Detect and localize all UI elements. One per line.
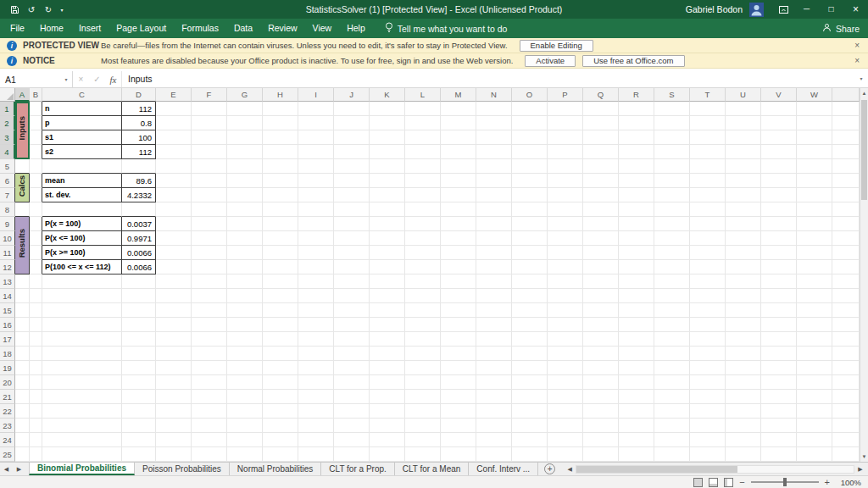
cell-W8[interactable] [797,202,832,217]
cell-T1[interactable] [690,102,726,116]
cell-Q15[interactable] [583,303,619,318]
cell-I10[interactable] [298,231,334,246]
cell-M13[interactable] [441,274,476,289]
cell-H20[interactable] [263,375,298,390]
row-header-18[interactable]: 18 [0,347,15,361]
cell-U15[interactable] [726,303,761,318]
cell-U22[interactable] [726,404,761,419]
cell-N9[interactable] [476,217,512,231]
cell-M3[interactable] [441,130,476,145]
restore-button[interactable]: □ [819,0,843,19]
cell-M23[interactable] [441,419,476,433]
cell-M16[interactable] [441,318,476,332]
cell-L17[interactable] [405,332,441,347]
cell-Q13[interactable] [583,274,619,289]
cell-E22[interactable] [156,404,192,419]
cell-L1[interactable] [405,102,441,116]
cell-E8[interactable] [156,202,192,217]
cell-W20[interactable] [797,375,832,390]
cell-I8[interactable] [298,202,334,217]
cell-U13[interactable] [726,274,761,289]
cell-P18[interactable] [548,347,583,361]
cell-U14[interactable] [726,289,761,303]
cell-Q9[interactable] [583,217,619,231]
cell-S1[interactable] [654,102,690,116]
cell-I16[interactable] [298,318,334,332]
row-header-15[interactable]: 15 [0,303,15,318]
cell-K22[interactable] [370,404,405,419]
cell-I24[interactable] [298,433,334,447]
cell-H11[interactable] [263,246,298,260]
cell-N18[interactable] [476,347,512,361]
menu-tab-view[interactable]: View [305,19,340,38]
column-header-i[interactable]: I [298,88,334,102]
cell-U21[interactable] [726,390,761,404]
cell-T18[interactable] [690,347,726,361]
cell-A5[interactable] [15,159,30,174]
row-header-4[interactable]: 4 [0,145,15,159]
cell-I15[interactable] [298,303,334,318]
cell-A16[interactable] [15,318,30,332]
cell-I7[interactable] [298,188,334,202]
cell-J1[interactable] [334,102,370,116]
cell-M5[interactable] [441,159,476,174]
cell-V23[interactable] [761,419,797,433]
cell-F24[interactable] [192,433,227,447]
cell-M17[interactable] [441,332,476,347]
cell-P10[interactable] [548,231,583,246]
cell-G1[interactable] [227,102,263,116]
cell-overflow-13[interactable] [832,274,860,289]
cell-Q4[interactable] [583,145,619,159]
enter-icon[interactable]: ✓ [89,75,105,84]
cell-S20[interactable] [654,375,690,390]
cell-R4[interactable] [619,145,654,159]
cell-J16[interactable] [334,318,370,332]
cell-V17[interactable] [761,332,797,347]
cell-U25[interactable] [726,447,761,462]
cell-J10[interactable] [334,231,370,246]
cell-C10[interactable]: P(x <= 100) [42,231,122,246]
cell-B2[interactable] [30,116,42,130]
cell-O15[interactable] [512,303,548,318]
cell-U23[interactable] [726,419,761,433]
cell-I4[interactable] [298,145,334,159]
cell-M11[interactable] [441,246,476,260]
cell-R12[interactable] [619,260,654,274]
cell-W12[interactable] [797,260,832,274]
cell-K5[interactable] [370,159,405,174]
cell-P1[interactable] [548,102,583,116]
cell-B15[interactable] [30,303,42,318]
cell-overflow-15[interactable] [832,303,860,318]
cell-I23[interactable] [298,419,334,433]
minimize-button[interactable]: ─ [794,0,819,19]
cell-B23[interactable] [30,419,42,433]
cell-S7[interactable] [654,188,690,202]
cell-R17[interactable] [619,332,654,347]
cell-B16[interactable] [30,318,42,332]
cell-M7[interactable] [441,188,476,202]
cell-W1[interactable] [797,102,832,116]
cell-K10[interactable] [370,231,405,246]
cell-G19[interactable] [227,361,263,375]
cell-L8[interactable] [405,202,441,217]
cell-G16[interactable] [227,318,263,332]
cell-T24[interactable] [690,433,726,447]
cell-O18[interactable] [512,347,548,361]
cell-C1[interactable]: n [42,102,122,116]
cell-J24[interactable] [334,433,370,447]
cell-Q3[interactable] [583,130,619,145]
cell-D17[interactable] [122,332,156,347]
cell-N5[interactable] [476,159,512,174]
column-header-f[interactable]: F [192,88,227,102]
cell-E19[interactable] [156,361,192,375]
group-label-calcs[interactable]: Calcs [15,174,30,202]
cell-V14[interactable] [761,289,797,303]
cell-W23[interactable] [797,419,832,433]
cell-M18[interactable] [441,347,476,361]
cell-overflow-1[interactable] [832,102,860,116]
cell-N14[interactable] [476,289,512,303]
cell-V7[interactable] [761,188,797,202]
cell-V19[interactable] [761,361,797,375]
cell-O6[interactable] [512,174,548,188]
cell-I13[interactable] [298,274,334,289]
